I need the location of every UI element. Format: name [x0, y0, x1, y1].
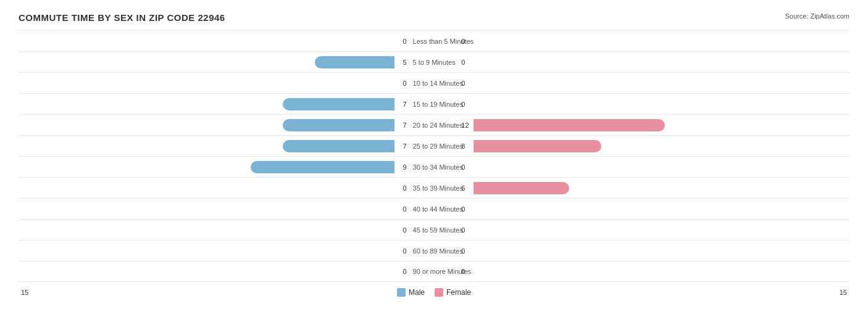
row-inner: 9 30 to 34 Minutes 0: [19, 157, 849, 177]
male-value: 7: [394, 101, 407, 108]
male-swatch: [397, 288, 406, 297]
row-inner: 7 20 to 24 Minutes 12: [19, 115, 849, 135]
male-value: 0: [394, 205, 407, 213]
chart-row: 0 40 to 44 Minutes 0: [19, 198, 849, 219]
chart-area: 0 Less than 5 Minutes 0 5 5 to 9 Minutes…: [19, 30, 849, 282]
male-bar-container: [19, 119, 394, 131]
row-label: 60 to 89 Minutes: [409, 247, 459, 255]
row-inner: 0 Less than 5 Minutes 0: [19, 31, 849, 51]
male-bar-container: [19, 77, 394, 89]
male-bar-container: [19, 98, 394, 110]
chart-row: 0 90 or more Minutes 0: [19, 261, 849, 282]
source-label: Source: ZipAtlas.com: [785, 12, 849, 20]
female-bar-container: [474, 203, 849, 215]
male-value: 0: [394, 226, 407, 234]
row-label: 25 to 29 Minutes: [409, 142, 459, 150]
male-bar-container: [19, 245, 394, 257]
female-bar: [474, 119, 665, 131]
row-inner: 0 60 to 89 Minutes 0: [19, 241, 849, 261]
chart-row: 7 20 to 24 Minutes 12: [19, 114, 849, 135]
female-value: 0: [461, 268, 474, 275]
right-section: 0: [459, 73, 849, 93]
female-bar-container: [474, 161, 849, 173]
row-inner: 0 10 to 14 Minutes 0: [19, 73, 849, 93]
row-label: 20 to 24 Minutes: [409, 122, 459, 129]
legend-female: Female: [435, 288, 471, 297]
left-section: 0: [19, 199, 409, 219]
female-value: 0: [461, 247, 474, 255]
chart-row: 7 15 to 19 Minutes 0: [19, 93, 849, 114]
right-section: 6: [459, 178, 849, 198]
male-value: 7: [394, 122, 407, 129]
row-label: 35 to 39 Minutes: [409, 184, 459, 192]
row-inner: 5 5 to 9 Minutes 0: [19, 52, 849, 72]
left-section: 0: [19, 241, 409, 261]
male-value: 5: [394, 59, 407, 66]
chart-row: 7 25 to 29 Minutes 8: [19, 135, 849, 156]
male-bar: [315, 56, 394, 68]
row-inner: 7 25 to 29 Minutes 8: [19, 136, 849, 156]
left-section: 7: [19, 94, 409, 114]
female-value: 8: [461, 142, 474, 150]
female-bar: [474, 140, 601, 152]
female-value: 0: [461, 38, 474, 45]
male-bar-container: [19, 224, 394, 236]
row-label: Less than 5 Minutes: [409, 38, 459, 45]
female-bar-container: [474, 182, 849, 194]
male-bar: [283, 98, 394, 110]
left-section: 0: [19, 31, 409, 51]
male-value: 9: [394, 163, 407, 171]
male-bar: [251, 161, 394, 173]
female-bar: [474, 182, 569, 194]
chart-title: COMMUTE TIME BY SEX IN ZIP CODE 22946: [19, 12, 225, 23]
female-value: 0: [461, 205, 474, 213]
chart-row: 0 45 to 59 Minutes 0: [19, 219, 849, 240]
right-section: 0: [459, 94, 849, 114]
row-inner: 7 15 to 19 Minutes 0: [19, 94, 849, 114]
right-section: 0: [459, 220, 849, 240]
right-section: 0: [459, 241, 849, 261]
female-swatch: [435, 288, 443, 297]
right-section: 12: [459, 115, 849, 135]
left-section: 0: [19, 220, 409, 240]
left-section: 7: [19, 136, 409, 156]
legend-male: Male: [397, 288, 425, 297]
row-label: 5 to 9 Minutes: [409, 59, 459, 66]
row-inner: 0 45 to 59 Minutes 0: [19, 220, 849, 240]
male-value: 7: [394, 142, 407, 150]
female-bar-container: [474, 98, 849, 110]
male-bar-container: [19, 161, 394, 173]
row-label: 10 to 14 Minutes: [409, 80, 459, 87]
male-value: 0: [394, 80, 407, 87]
female-value: 0: [461, 163, 474, 171]
female-value: 0: [461, 226, 474, 234]
female-value: 0: [461, 101, 474, 108]
female-bar-container: [474, 224, 849, 236]
row-label: 30 to 34 Minutes: [409, 163, 459, 171]
male-bar-container: [19, 265, 394, 278]
legend-center: Male Female: [397, 288, 471, 297]
row-inner: 0 35 to 39 Minutes 6: [19, 178, 849, 198]
left-section: 7: [19, 115, 409, 135]
left-section: 0: [19, 262, 409, 281]
male-legend-label: Male: [409, 288, 425, 297]
right-axis-label: 15: [840, 289, 847, 296]
female-value: 6: [461, 184, 474, 192]
female-bar-container: [474, 119, 849, 131]
left-section: 0: [19, 73, 409, 93]
male-bar-container: [19, 203, 394, 215]
right-section: 8: [459, 136, 849, 156]
chart-row: 0 Less than 5 Minutes 0: [19, 30, 849, 51]
chart-row: 0 35 to 39 Minutes 6: [19, 177, 849, 198]
row-label: 15 to 19 Minutes: [409, 101, 459, 108]
left-section: 5: [19, 52, 409, 72]
chart-row: 5 5 to 9 Minutes 0: [19, 51, 849, 72]
male-bar-container: [19, 35, 394, 47]
left-axis-label: 15: [21, 289, 28, 296]
female-value: 0: [461, 80, 474, 87]
chart-row: 9 30 to 34 Minutes 0: [19, 156, 849, 177]
female-legend-label: Female: [446, 288, 471, 297]
female-bar-container: [474, 77, 849, 89]
chart-row: 0 60 to 89 Minutes 0: [19, 240, 849, 261]
female-value: 0: [461, 59, 474, 66]
